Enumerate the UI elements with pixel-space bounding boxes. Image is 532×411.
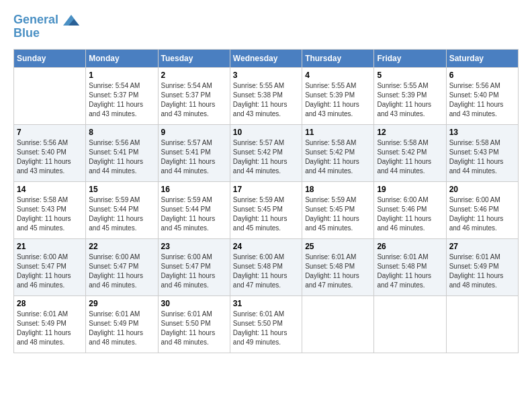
day-number: 10 bbox=[233, 128, 299, 137]
day-number: 22 bbox=[89, 242, 154, 251]
day-number: 1 bbox=[89, 71, 154, 80]
calendar-cell: 14Sunrise: 5:58 AM Sunset: 5:43 PM Dayli… bbox=[14, 181, 86, 238]
calendar-cell: 17Sunrise: 5:59 AM Sunset: 5:45 PM Dayli… bbox=[230, 181, 302, 238]
calendar-cell: 10Sunrise: 5:57 AM Sunset: 5:42 PM Dayli… bbox=[230, 124, 302, 181]
day-number: 16 bbox=[161, 185, 227, 194]
calendar-cell: 31Sunrise: 6:01 AM Sunset: 5:50 PM Dayli… bbox=[230, 295, 302, 353]
logo-line1: General bbox=[13, 13, 79, 27]
day-number: 2 bbox=[161, 71, 227, 80]
day-info: Sunrise: 6:00 AM Sunset: 5:46 PM Dayligh… bbox=[377, 195, 443, 233]
calendar-cell: 4Sunrise: 5:55 AM Sunset: 5:39 PM Daylig… bbox=[302, 67, 374, 124]
day-number: 31 bbox=[233, 299, 299, 308]
calendar-cell: 23Sunrise: 6:00 AM Sunset: 5:47 PM Dayli… bbox=[158, 238, 230, 295]
day-info: Sunrise: 5:55 AM Sunset: 5:39 PM Dayligh… bbox=[377, 81, 443, 119]
calendar-cell bbox=[14, 67, 86, 124]
day-number: 9 bbox=[161, 128, 227, 137]
calendar-cell: 5Sunrise: 5:55 AM Sunset: 5:39 PM Daylig… bbox=[374, 67, 446, 124]
calendar-cell: 16Sunrise: 5:59 AM Sunset: 5:44 PM Dayli… bbox=[158, 181, 230, 238]
day-number: 3 bbox=[233, 71, 299, 80]
logo-line2: Blue bbox=[13, 27, 79, 40]
day-number: 13 bbox=[449, 128, 515, 137]
calendar-cell: 26Sunrise: 6:01 AM Sunset: 5:48 PM Dayli… bbox=[374, 238, 446, 295]
day-header-monday: Monday bbox=[86, 49, 158, 67]
day-number: 7 bbox=[17, 128, 83, 137]
day-info: Sunrise: 5:58 AM Sunset: 5:42 PM Dayligh… bbox=[377, 138, 443, 176]
calendar-cell: 15Sunrise: 5:59 AM Sunset: 5:44 PM Dayli… bbox=[86, 181, 158, 238]
calendar-cell: 20Sunrise: 6:00 AM Sunset: 5:46 PM Dayli… bbox=[446, 181, 518, 238]
day-info: Sunrise: 5:57 AM Sunset: 5:42 PM Dayligh… bbox=[233, 138, 299, 176]
day-info: Sunrise: 6:01 AM Sunset: 5:49 PM Dayligh… bbox=[449, 253, 515, 290]
calendar-cell: 27Sunrise: 6:01 AM Sunset: 5:49 PM Dayli… bbox=[446, 238, 518, 295]
day-number: 5 bbox=[377, 71, 443, 80]
day-info: Sunrise: 5:57 AM Sunset: 5:41 PM Dayligh… bbox=[161, 138, 227, 176]
day-info: Sunrise: 5:54 AM Sunset: 5:37 PM Dayligh… bbox=[89, 81, 154, 119]
day-info: Sunrise: 6:01 AM Sunset: 5:50 PM Dayligh… bbox=[233, 310, 299, 347]
day-info: Sunrise: 5:59 AM Sunset: 5:45 PM Dayligh… bbox=[305, 195, 371, 233]
calendar-cell bbox=[302, 295, 374, 353]
day-info: Sunrise: 5:55 AM Sunset: 5:38 PM Dayligh… bbox=[233, 81, 299, 119]
calendar-cell bbox=[374, 295, 446, 353]
day-number: 12 bbox=[377, 128, 443, 137]
day-number: 21 bbox=[17, 242, 83, 251]
day-info: Sunrise: 5:59 AM Sunset: 5:45 PM Dayligh… bbox=[233, 195, 299, 233]
day-info: Sunrise: 6:00 AM Sunset: 5:48 PM Dayligh… bbox=[233, 253, 299, 290]
calendar-cell: 24Sunrise: 6:00 AM Sunset: 5:48 PM Dayli… bbox=[230, 238, 302, 295]
day-number: 17 bbox=[233, 185, 299, 194]
day-header-thursday: Thursday bbox=[302, 49, 374, 67]
day-number: 24 bbox=[233, 242, 299, 251]
day-number: 4 bbox=[305, 71, 371, 80]
day-number: 26 bbox=[377, 242, 443, 251]
day-info: Sunrise: 6:00 AM Sunset: 5:46 PM Dayligh… bbox=[449, 195, 515, 233]
day-info: Sunrise: 5:59 AM Sunset: 5:44 PM Dayligh… bbox=[161, 195, 227, 233]
day-number: 11 bbox=[305, 128, 371, 137]
calendar-cell: 22Sunrise: 6:00 AM Sunset: 5:47 PM Dayli… bbox=[86, 238, 158, 295]
day-header-wednesday: Wednesday bbox=[230, 49, 302, 67]
day-number: 18 bbox=[305, 185, 371, 194]
day-number: 25 bbox=[305, 242, 371, 251]
day-info: Sunrise: 5:58 AM Sunset: 5:42 PM Dayligh… bbox=[305, 138, 371, 176]
calendar-cell: 30Sunrise: 6:01 AM Sunset: 5:50 PM Dayli… bbox=[158, 295, 230, 353]
day-info: Sunrise: 6:01 AM Sunset: 5:48 PM Dayligh… bbox=[377, 253, 443, 290]
calendar-cell bbox=[446, 295, 518, 353]
calendar-cell: 28Sunrise: 6:01 AM Sunset: 5:49 PM Dayli… bbox=[14, 295, 86, 353]
day-info: Sunrise: 5:56 AM Sunset: 5:41 PM Dayligh… bbox=[89, 138, 154, 176]
day-header-sunday: Sunday bbox=[14, 49, 86, 67]
day-info: Sunrise: 5:58 AM Sunset: 5:43 PM Dayligh… bbox=[17, 195, 83, 233]
day-info: Sunrise: 5:56 AM Sunset: 5:40 PM Dayligh… bbox=[449, 81, 515, 119]
day-number: 19 bbox=[377, 185, 443, 194]
day-number: 27 bbox=[449, 242, 515, 251]
calendar-cell: 6Sunrise: 5:56 AM Sunset: 5:40 PM Daylig… bbox=[446, 67, 518, 124]
day-number: 29 bbox=[89, 299, 154, 308]
calendar-cell: 18Sunrise: 5:59 AM Sunset: 5:45 PM Dayli… bbox=[302, 181, 374, 238]
calendar-cell: 25Sunrise: 6:01 AM Sunset: 5:48 PM Dayli… bbox=[302, 238, 374, 295]
day-info: Sunrise: 5:59 AM Sunset: 5:44 PM Dayligh… bbox=[89, 195, 154, 233]
day-number: 30 bbox=[161, 299, 227, 308]
day-number: 28 bbox=[17, 299, 83, 308]
day-info: Sunrise: 6:01 AM Sunset: 5:49 PM Dayligh… bbox=[17, 310, 83, 347]
day-number: 20 bbox=[449, 185, 515, 194]
calendar-cell: 29Sunrise: 6:01 AM Sunset: 5:49 PM Dayli… bbox=[86, 295, 158, 353]
day-number: 14 bbox=[17, 185, 83, 194]
day-info: Sunrise: 5:54 AM Sunset: 5:37 PM Dayligh… bbox=[161, 81, 227, 119]
day-info: Sunrise: 6:01 AM Sunset: 5:48 PM Dayligh… bbox=[305, 253, 371, 290]
calendar-cell: 21Sunrise: 6:00 AM Sunset: 5:47 PM Dayli… bbox=[14, 238, 86, 295]
calendar-cell: 13Sunrise: 5:58 AM Sunset: 5:43 PM Dayli… bbox=[446, 124, 518, 181]
day-header-friday: Friday bbox=[374, 49, 446, 67]
calendar-cell: 19Sunrise: 6:00 AM Sunset: 5:46 PM Dayli… bbox=[374, 181, 446, 238]
day-header-tuesday: Tuesday bbox=[158, 49, 230, 67]
calendar-cell: 8Sunrise: 5:56 AM Sunset: 5:41 PM Daylig… bbox=[86, 124, 158, 181]
day-info: Sunrise: 5:56 AM Sunset: 5:40 PM Dayligh… bbox=[17, 138, 83, 176]
logo: General Blue bbox=[13, 13, 79, 40]
day-info: Sunrise: 6:00 AM Sunset: 5:47 PM Dayligh… bbox=[161, 253, 227, 290]
day-number: 6 bbox=[449, 71, 515, 80]
calendar-cell: 7Sunrise: 5:56 AM Sunset: 5:40 PM Daylig… bbox=[14, 124, 86, 181]
calendar-cell: 11Sunrise: 5:58 AM Sunset: 5:42 PM Dayli… bbox=[302, 124, 374, 181]
day-number: 23 bbox=[161, 242, 227, 251]
day-info: Sunrise: 5:58 AM Sunset: 5:43 PM Dayligh… bbox=[449, 138, 515, 176]
day-info: Sunrise: 5:55 AM Sunset: 5:39 PM Dayligh… bbox=[305, 81, 371, 119]
calendar-cell: 3Sunrise: 5:55 AM Sunset: 5:38 PM Daylig… bbox=[230, 67, 302, 124]
calendar-cell: 9Sunrise: 5:57 AM Sunset: 5:41 PM Daylig… bbox=[158, 124, 230, 181]
day-info: Sunrise: 6:01 AM Sunset: 5:49 PM Dayligh… bbox=[89, 310, 154, 347]
day-info: Sunrise: 6:00 AM Sunset: 5:47 PM Dayligh… bbox=[17, 253, 83, 290]
calendar-cell: 2Sunrise: 5:54 AM Sunset: 5:37 PM Daylig… bbox=[158, 67, 230, 124]
